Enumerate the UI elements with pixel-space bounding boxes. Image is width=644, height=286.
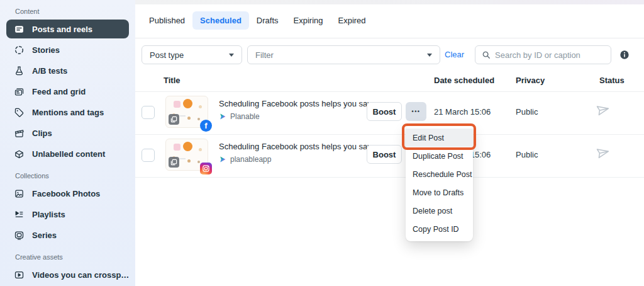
sidebar-section-content: Content bbox=[15, 8, 135, 15]
sidebar-item-facebook-photos[interactable]: Facebook Photos bbox=[6, 184, 129, 203]
sidebar: Content Posts and reels Stories A/B test… bbox=[0, 0, 135, 286]
top-strip bbox=[135, 0, 644, 4]
post-info: Scheduling Facebook posts helps you save… bbox=[219, 142, 384, 164]
column-header-date-scheduled[interactable]: Date scheduled bbox=[434, 76, 494, 85]
more-options-button[interactable]: ••• bbox=[406, 102, 426, 121]
sidebar-item-label: Feed and grid bbox=[32, 87, 86, 96]
sidebar-item-mentions-and-tags[interactable]: Mentions and tags bbox=[6, 103, 129, 122]
sidebar-item-label: Videos you can crossp… bbox=[32, 270, 129, 280]
post-thumbnail[interactable] bbox=[165, 139, 208, 171]
planable-logo-icon bbox=[219, 156, 226, 163]
sidebar-item-label: A/B tests bbox=[32, 66, 67, 76]
sidebar-section-collections: Collections bbox=[15, 172, 135, 180]
post-title[interactable]: Scheduling Facebook posts helps you save… bbox=[219, 142, 384, 151]
sidebar-item-clips[interactable]: Clips bbox=[6, 123, 129, 142]
stories-icon bbox=[14, 45, 25, 55]
tab-drafts[interactable]: Drafts bbox=[249, 11, 286, 30]
sidebar-section-creative-assets: Creative assets bbox=[15, 253, 135, 261]
search-input[interactable] bbox=[495, 50, 604, 60]
boost-button[interactable]: Boost bbox=[367, 102, 402, 121]
table-row: f Scheduling Facebook posts helps you sa… bbox=[135, 92, 644, 135]
post-title[interactable]: Scheduling Facebook posts helps you save… bbox=[219, 99, 384, 108]
account-name: Planable bbox=[230, 112, 260, 121]
flask-icon bbox=[14, 66, 25, 76]
column-header-status[interactable]: Status bbox=[599, 76, 625, 85]
account-name: planableapp bbox=[230, 155, 271, 164]
row-checkbox[interactable] bbox=[142, 149, 155, 162]
tv-icon bbox=[14, 230, 25, 241]
chevron-down-icon bbox=[427, 54, 432, 57]
instagram-icon bbox=[200, 163, 212, 174]
date-scheduled: 21 March 15:06 bbox=[434, 107, 491, 117]
menu-item-reschedule-post[interactable]: Reschedule Post bbox=[406, 165, 473, 183]
tab-expired[interactable]: Expired bbox=[331, 11, 374, 30]
sidebar-item-posts-and-reels[interactable]: Posts and reels bbox=[6, 20, 129, 38]
sidebar-item-series[interactable]: Series bbox=[6, 226, 129, 244]
planable-logo-icon bbox=[219, 113, 226, 120]
sidebar-item-playlists[interactable]: Playlists bbox=[6, 205, 129, 224]
post-options-menu: Edit Post Duplicate Post Reschedule Post… bbox=[406, 125, 473, 241]
clear-filters-link[interactable]: Clear bbox=[445, 50, 464, 59]
post-account: Planable bbox=[219, 112, 384, 121]
multi-photo-icon bbox=[169, 114, 179, 125]
privacy-value: Public bbox=[516, 150, 538, 159]
chevron-down-icon bbox=[229, 54, 234, 57]
sidebar-item-label: Facebook Photos bbox=[32, 189, 100, 198]
post-type-dropdown-label: Post type bbox=[150, 50, 184, 60]
tag-icon bbox=[14, 107, 25, 118]
posts-icon bbox=[14, 24, 25, 35]
boost-button[interactable]: Boost bbox=[367, 145, 402, 164]
search-icon bbox=[482, 50, 491, 59]
tab-expiring[interactable]: Expiring bbox=[286, 11, 331, 30]
sidebar-item-label: Clips bbox=[32, 129, 52, 138]
post-type-dropdown[interactable]: Post type bbox=[142, 45, 242, 64]
sidebar-item-label: Stories bbox=[32, 45, 60, 55]
filter-dropdown[interactable]: Filter bbox=[247, 45, 440, 64]
paper-plane-icon bbox=[596, 103, 610, 117]
search-box[interactable] bbox=[475, 45, 611, 64]
menu-item-delete-post[interactable]: Delete post bbox=[406, 202, 473, 220]
multi-photo-icon bbox=[169, 157, 179, 168]
sidebar-item-feed-and-grid[interactable]: Feed and grid bbox=[6, 82, 129, 101]
filter-dropdown-placeholder: Filter bbox=[255, 50, 274, 60]
sidebar-item-unlabelled-content[interactable]: Unlabelled content bbox=[6, 144, 129, 163]
sidebar-item-videos-crosspost[interactable]: Videos you can crossp… bbox=[6, 265, 129, 284]
facebook-icon: f bbox=[200, 120, 212, 132]
post-account: planableapp bbox=[219, 155, 384, 164]
row-checkbox[interactable] bbox=[142, 106, 155, 119]
box-icon bbox=[14, 149, 25, 159]
paper-plane-icon bbox=[596, 146, 610, 159]
clapperboard-icon bbox=[14, 128, 25, 139]
info-icon[interactable] bbox=[619, 50, 630, 60]
playlist-icon bbox=[14, 209, 25, 220]
post-thumbnail[interactable]: f bbox=[165, 96, 208, 128]
menu-item-move-to-drafts[interactable]: Move to Drafts bbox=[406, 183, 473, 202]
sidebar-item-ab-tests[interactable]: A/B tests bbox=[6, 61, 129, 80]
photo-icon bbox=[14, 188, 25, 199]
tab-bar: Published Scheduled Drafts Expiring Expi… bbox=[142, 11, 374, 30]
video-icon bbox=[14, 270, 25, 280]
table-row: Scheduling Facebook posts helps you save… bbox=[135, 135, 644, 178]
sidebar-item-label: Unlabelled content bbox=[32, 149, 105, 159]
column-header-privacy[interactable]: Privacy bbox=[516, 76, 545, 85]
menu-item-copy-post-id[interactable]: Copy Post ID bbox=[406, 220, 473, 238]
tab-published[interactable]: Published bbox=[142, 11, 192, 30]
menu-item-edit-post[interactable]: Edit Post bbox=[406, 129, 473, 147]
feed-grid-icon bbox=[14, 86, 25, 97]
post-info: Scheduling Facebook posts helps you save… bbox=[219, 99, 384, 121]
sidebar-item-label: Posts and reels bbox=[32, 25, 92, 34]
tab-scheduled[interactable]: Scheduled bbox=[192, 11, 249, 30]
main-content: Published Scheduled Drafts Expiring Expi… bbox=[135, 0, 644, 286]
menu-item-duplicate-post[interactable]: Duplicate Post bbox=[406, 147, 473, 165]
privacy-value: Public bbox=[516, 107, 538, 117]
column-header-title[interactable]: Title bbox=[164, 76, 180, 85]
sidebar-item-label: Series bbox=[32, 231, 57, 240]
divider bbox=[135, 38, 644, 38]
sidebar-item-label: Playlists bbox=[32, 210, 65, 219]
sidebar-item-label: Mentions and tags bbox=[32, 108, 104, 117]
sidebar-item-stories[interactable]: Stories bbox=[6, 40, 129, 59]
